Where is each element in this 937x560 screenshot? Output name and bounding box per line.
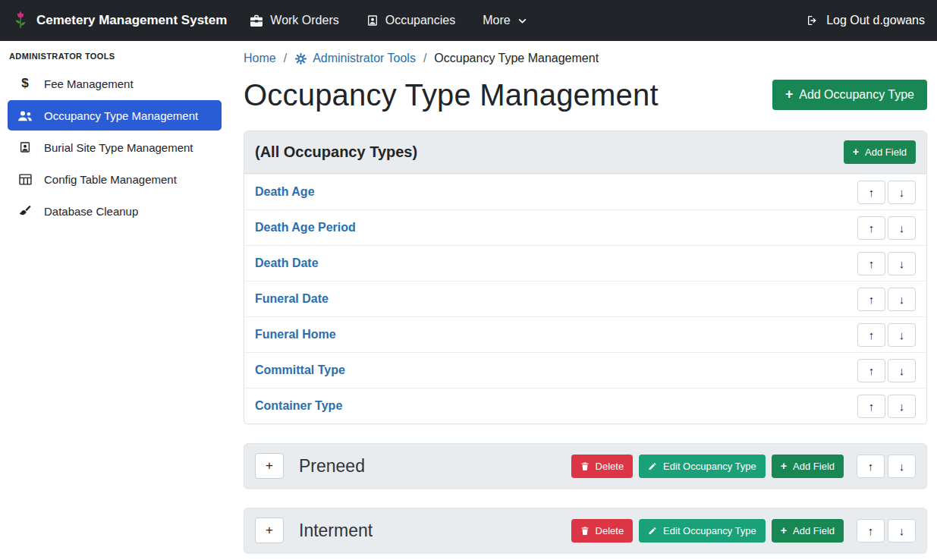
section-preneed: + Preneed Delete Edit Occupancy Type + A… xyxy=(244,443,927,489)
section-title: Interment xyxy=(299,521,373,541)
move-up-button[interactable]: ↑ xyxy=(857,359,885,382)
portrait-icon xyxy=(17,141,33,153)
move-down-button[interactable]: ↓ xyxy=(888,216,916,240)
trash-icon xyxy=(580,461,590,471)
field-link-death-age-period[interactable]: Death Age Period xyxy=(255,221,356,234)
plus-icon: + xyxy=(781,461,787,471)
add-occupancy-type-button[interactable]: + Add Occupancy Type xyxy=(772,80,927,110)
plus-icon: + xyxy=(853,146,859,157)
field-link-death-age[interactable]: Death Age xyxy=(255,185,315,199)
edit-occupancy-type-button[interactable]: Edit Occupancy Type xyxy=(639,455,766,478)
delete-button[interactable]: Delete xyxy=(571,519,634,543)
field-row: Death Date ↑ ↓ xyxy=(244,245,926,281)
logout-label: Log Out d.gowans xyxy=(826,14,925,27)
field-link-funeral-home[interactable]: Funeral Home xyxy=(255,328,336,341)
move-up-button[interactable]: ↑ xyxy=(857,323,885,347)
logout-icon xyxy=(806,14,819,27)
app-brand[interactable]: Cemetery Management System xyxy=(12,10,227,31)
move-down-button[interactable]: ↓ xyxy=(888,519,916,543)
reorder-controls: ↑ ↓ xyxy=(857,455,916,478)
field-row: Death Age Period ↑ ↓ xyxy=(244,209,926,245)
nav-more[interactable]: More xyxy=(483,14,527,27)
breadcrumb-home[interactable]: Home xyxy=(244,52,276,65)
nav-occupancies-label: Occupancies xyxy=(385,14,456,27)
add-field-label: Add Field xyxy=(865,146,907,158)
field-link-committal-type[interactable]: Committal Type xyxy=(255,363,345,377)
delete-button[interactable]: Delete xyxy=(571,455,634,478)
sidebar: ADMINISTRATOR TOOLS $ Fee Management Occ… xyxy=(0,41,228,560)
all-occupancy-types-card: (All Occupancy Types) + Add Field Death … xyxy=(244,131,927,424)
edit-occupancy-type-button[interactable]: Edit Occupancy Type xyxy=(639,519,766,543)
move-down-button[interactable]: ↓ xyxy=(888,181,916,204)
move-up-button[interactable]: ↑ xyxy=(857,288,885,311)
gear-icon xyxy=(294,52,307,65)
field-link-container-type[interactable]: Container Type xyxy=(255,399,342,413)
move-up-button[interactable]: ↑ xyxy=(857,455,885,478)
breadcrumb-admin-tools[interactable]: Administrator Tools xyxy=(294,52,416,65)
sidebar-item-database-cleanup[interactable]: Database Cleanup xyxy=(8,196,222,226)
move-up-button[interactable]: ↑ xyxy=(857,519,885,543)
nav-work-orders[interactable]: Work Orders xyxy=(250,14,338,27)
pencil-icon xyxy=(648,526,657,536)
add-field-label: Add Field xyxy=(793,525,835,536)
move-up-button[interactable]: ↑ xyxy=(857,395,885,418)
reorder-controls: ↑ ↓ xyxy=(857,519,916,543)
nav-occupancies[interactable]: Occupancies xyxy=(366,14,456,27)
move-down-button[interactable]: ↓ xyxy=(888,395,916,418)
users-icon xyxy=(17,110,33,121)
sidebar-item-label: Occupancy Type Management xyxy=(44,109,198,122)
top-navbar: Cemetery Management System Work Orders O… xyxy=(0,0,937,41)
breadcrumb-separator: / xyxy=(423,52,426,65)
plus-icon: + xyxy=(781,525,787,536)
reorder-controls: ↑ ↓ xyxy=(857,323,916,347)
nav-more-label: More xyxy=(483,14,510,27)
field-row: Container Type ↑ ↓ xyxy=(244,388,926,423)
reorder-controls: ↑ ↓ xyxy=(857,288,916,311)
sidebar-item-config-table-management[interactable]: Config Table Management xyxy=(8,164,222,194)
add-field-label: Add Field xyxy=(793,461,835,472)
title-row: Occupancy Type Management + Add Occupanc… xyxy=(244,77,927,112)
field-link-funeral-date[interactable]: Funeral Date xyxy=(255,292,329,306)
all-occupancy-types-header: (All Occupancy Types) + Add Field xyxy=(244,131,926,174)
field-link-death-date[interactable]: Death Date xyxy=(255,256,319,270)
add-field-button[interactable]: + Add Field xyxy=(772,455,844,478)
field-row: Committal Type ↑ ↓ xyxy=(244,352,926,388)
field-row: Funeral Date ↑ ↓ xyxy=(244,281,926,316)
sidebar-item-label: Fee Management xyxy=(44,77,134,90)
broom-icon xyxy=(17,206,33,217)
move-down-button[interactable]: ↓ xyxy=(888,323,916,347)
move-up-button[interactable]: ↑ xyxy=(857,216,885,240)
sidebar-item-label: Config Table Management xyxy=(44,173,177,186)
dollar-icon: $ xyxy=(17,76,33,91)
breadcrumb-admin-tools-label: Administrator Tools xyxy=(313,52,416,65)
move-up-button[interactable]: ↑ xyxy=(857,181,885,204)
delete-label: Delete xyxy=(596,461,624,472)
page-title: Occupancy Type Management xyxy=(244,77,659,112)
all-occupancy-types-title: (All Occupancy Types) xyxy=(255,143,417,161)
nav-work-orders-label: Work Orders xyxy=(270,14,338,27)
move-down-button[interactable]: ↓ xyxy=(888,252,916,275)
section-actions: Delete Edit Occupancy Type + Add Field ↑… xyxy=(571,455,916,478)
field-row: Death Age ↑ ↓ xyxy=(244,174,926,209)
sidebar-item-fee-management[interactable]: $ Fee Management xyxy=(8,68,222,99)
sidebar-item-label: Database Cleanup xyxy=(44,205,138,218)
move-down-button[interactable]: ↓ xyxy=(888,288,916,311)
expand-button[interactable]: + xyxy=(255,518,284,543)
reorder-controls: ↑ ↓ xyxy=(857,252,916,275)
move-down-button[interactable]: ↓ xyxy=(888,455,916,478)
sidebar-item-label: Burial Site Type Management xyxy=(44,141,193,154)
move-up-button[interactable]: ↑ xyxy=(857,252,885,275)
add-field-button[interactable]: + Add Field xyxy=(844,140,916,164)
sidebar-item-burial-site-type-management[interactable]: Burial Site Type Management xyxy=(8,132,222,162)
reorder-controls: ↑ ↓ xyxy=(857,216,916,240)
logout-link[interactable]: Log Out d.gowans xyxy=(806,14,925,27)
sidebar-heading: ADMINISTRATOR TOOLS xyxy=(0,41,228,68)
section-title: Preneed xyxy=(299,456,365,477)
expand-button[interactable]: + xyxy=(255,453,284,479)
move-down-button[interactable]: ↓ xyxy=(888,359,916,382)
add-field-button[interactable]: + Add Field xyxy=(772,519,844,543)
sidebar-item-occupancy-type-management[interactable]: Occupancy Type Management xyxy=(8,100,222,131)
field-row: Funeral Home ↑ ↓ xyxy=(244,316,926,352)
chevron-down-icon xyxy=(517,16,527,26)
main-nav: Work Orders Occupancies More xyxy=(250,14,527,27)
